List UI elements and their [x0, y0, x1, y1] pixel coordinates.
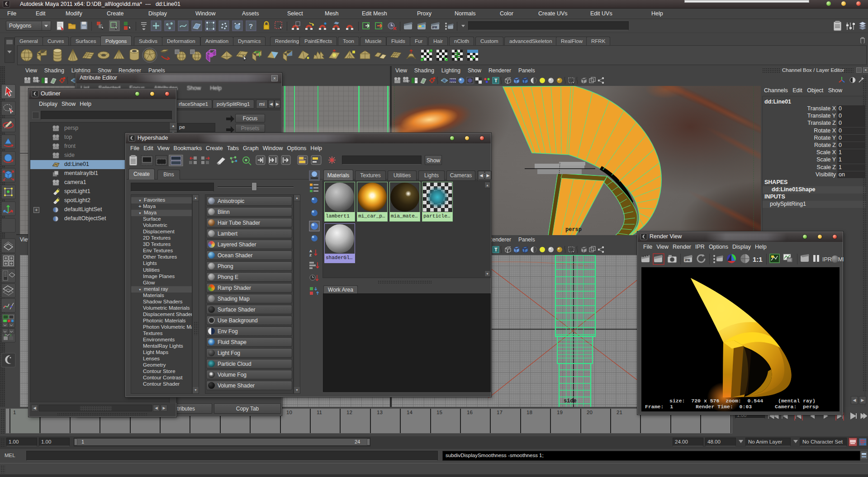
svg-text:Z: Z: [309, 253, 312, 257]
svg-text:persp: persp: [565, 227, 582, 233]
svg-text:"": "": [802, 253, 803, 255]
svg-text:T: T: [494, 78, 498, 83]
svg-text:A: A: [309, 249, 312, 253]
svg-text:side: side: [564, 398, 577, 404]
svg-text:T: T: [494, 247, 498, 252]
svg-text:?: ?: [249, 22, 253, 30]
svg-text:IPR: IPR: [685, 259, 690, 262]
svg-text:1:1: 1:1: [753, 255, 763, 263]
svg-text:IPR: IPR: [432, 26, 437, 29]
